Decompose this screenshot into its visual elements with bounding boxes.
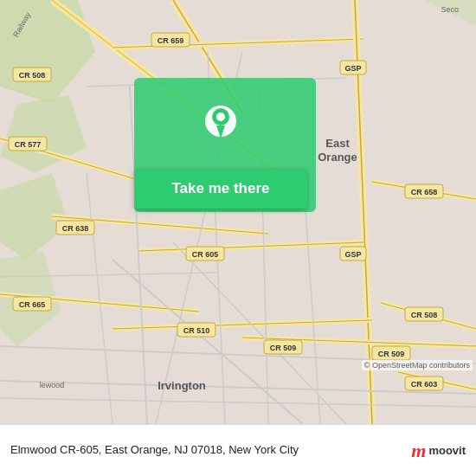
svg-text:GSP: GSP xyxy=(344,64,361,73)
moovit-logo: m moovit xyxy=(411,440,466,462)
svg-text:CR 665: CR 665 xyxy=(19,300,46,309)
osm-attribution: © OpenStreetMap contributors xyxy=(362,360,473,370)
svg-text:CR 510: CR 510 xyxy=(183,326,210,335)
svg-text:Irvington: Irvington xyxy=(158,379,206,392)
svg-text:CR 659: CR 659 xyxy=(158,36,184,45)
svg-text:CR 508: CR 508 xyxy=(411,311,438,319)
svg-text:Orange: Orange xyxy=(318,151,357,164)
take-me-there-button[interactable]: Take me there xyxy=(134,169,307,209)
svg-text:CR 508: CR 508 xyxy=(19,71,46,80)
svg-text:CR 577: CR 577 xyxy=(15,140,42,149)
svg-text:lewood: lewood xyxy=(40,381,65,389)
map-container: CR 508 CR 659 GSP CR 577 CR 638 CR 605 G… xyxy=(0,0,476,424)
svg-point-82 xyxy=(216,113,225,121)
bottom-bar: Elmwood CR-605, East Orange, NJ 07018, N… xyxy=(0,424,476,476)
svg-text:CR 658: CR 658 xyxy=(411,188,438,196)
svg-text:CR 605: CR 605 xyxy=(192,250,219,259)
svg-text:CR 603: CR 603 xyxy=(411,380,438,389)
svg-text:CR 638: CR 638 xyxy=(62,224,89,233)
svg-text:CR 509: CR 509 xyxy=(270,344,297,352)
svg-text:GSP: GSP xyxy=(344,250,361,259)
svg-text:Seco: Seco xyxy=(441,5,459,14)
svg-text:East: East xyxy=(325,137,350,150)
moovit-brand: moovit xyxy=(428,444,466,457)
svg-text:CR 509: CR 509 xyxy=(378,350,405,358)
moovit-letter: m xyxy=(411,440,426,462)
address-text: Elmwood CR-605, East Orange, NJ 07018, N… xyxy=(10,443,411,458)
